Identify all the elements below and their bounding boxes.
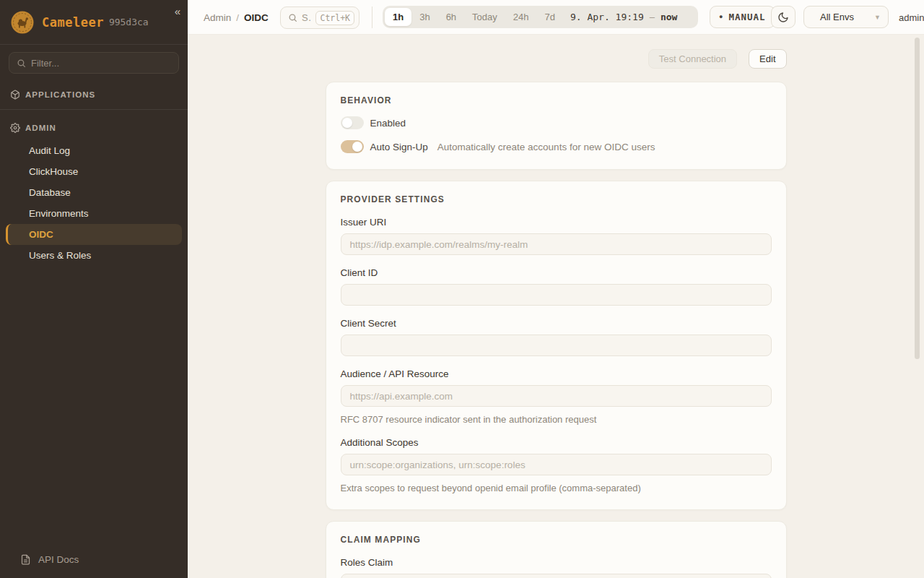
sidebar-section-applications[interactable]: APPLICATIONS [0,85,188,104]
additional-scopes-input[interactable] [341,454,772,475]
additional-scopes-hint: Extra scopes to request beyond openid em… [341,483,772,493]
client-id-field: Client ID [341,267,772,306]
enabled-toggle-label: Enabled [370,118,406,129]
roles-claim-label: Roles Claim [341,557,772,568]
main-content: Test Connection Edit BEHAVIOR Enabled Au… [188,35,924,578]
behavior-card-title: BEHAVIOR [341,95,772,105]
time-range-7d[interactable]: 7d [537,8,563,26]
sidebar-item-users-roles[interactable]: Users & Roles [6,245,182,266]
cameleer-logo-icon [10,10,35,35]
sidebar: Cameleer 995d3ca « APPLICATIONS ADMIN Au… [0,0,188,578]
time-range-1h[interactable]: 1h [385,8,411,26]
refresh-mode-button[interactable]: ● MANUAL [710,6,775,28]
time-range-6h[interactable]: 6h [438,8,464,26]
audience-hint: RFC 8707 resource indicator sent in the … [341,414,772,425]
sidebar-section-admin[interactable]: ADMIN [0,118,188,137]
auto-signup-toggle-label: Auto Sign-Up [370,142,428,152]
search-icon [17,59,26,68]
admin-nav: Audit Log ClickHouse Database Environmen… [0,137,188,266]
app-title: Cameleer [42,15,104,30]
sidebar-item-environments[interactable]: Environments [6,203,182,224]
auto-signup-description: Automatically create accounts for new OI… [437,142,655,152]
collapse-sidebar-icon[interactable]: « [175,6,180,17]
app-version: 995d3ca [109,17,149,27]
client-secret-field: Client Secret [341,318,772,356]
provider-settings-card: PROVIDER SETTINGS Issuer URI Client ID C… [326,181,787,510]
additional-scopes-label: Additional Scopes [341,437,772,448]
claim-mapping-card: CLAIM MAPPING Roles Claim [326,521,787,578]
status-dot: ● [719,14,723,20]
page-actions: Test Connection Edit [326,49,787,69]
client-id-label: Client ID [341,267,772,278]
client-secret-label: Client Secret [341,318,772,329]
audience-input[interactable] [341,385,772,407]
global-search[interactable]: S… Ctrl+K [280,7,359,29]
moon-icon [777,12,789,23]
sidebar-divider [0,109,188,110]
client-secret-input[interactable] [341,335,772,356]
refresh-mode-label: MANUAL [728,12,765,22]
behavior-card: BEHAVIOR Enabled Auto Sign-Up Automatica… [326,82,787,170]
time-separator: – [650,12,655,22]
search-placeholder: S… [302,12,311,23]
sidebar-header: Cameleer 995d3ca « [0,0,188,45]
time-to: now [661,12,677,22]
breadcrumb-separator: / [236,12,239,23]
enabled-toggle[interactable] [341,116,364,129]
enabled-toggle-row: Enabled [341,116,772,129]
additional-scopes-field: Additional Scopes Extra scopes to reques… [341,437,772,493]
issuer-uri-field: Issuer URI [341,217,772,255]
issuer-uri-input[interactable] [341,233,772,255]
chevron-down-icon: ▼ [874,14,881,21]
provider-settings-title: PROVIDER SETTINGS [341,194,772,204]
breadcrumb-admin[interactable]: Admin [204,12,231,23]
time-span-display[interactable]: 9. Apr. 19:19 – now [570,12,686,22]
time-range-3h[interactable]: 3h [411,8,437,26]
audience-field: Audience / API Resource RFC 8707 resourc… [341,368,772,425]
issuer-uri-label: Issuer URI [341,217,772,228]
sidebar-item-oidc[interactable]: OIDC [6,224,182,245]
breadcrumb-oidc: OIDC [244,12,269,23]
time-range-24h[interactable]: 24h [505,8,537,26]
api-docs-link[interactable]: API Docs [0,544,188,578]
client-id-input[interactable] [341,284,772,306]
auto-signup-toggle[interactable] [341,140,364,153]
vertical-scrollbar[interactable] [915,38,920,359]
sidebar-filter[interactable] [9,52,179,74]
filter-input[interactable] [31,58,171,69]
auto-signup-toggle-row: Auto Sign-Up Automatically create accoun… [341,140,772,153]
claim-mapping-title: CLAIM MAPPING [341,535,772,545]
time-range-bar: 1h 3h 6h Today 24h 7d 9. Apr. 19:19 – no… [383,6,698,28]
user-menu[interactable]: admin [899,0,924,35]
search-shortcut: Ctrl+K [315,11,354,25]
section-label: APPLICATIONS [25,90,95,99]
edit-button[interactable]: Edit [749,49,786,69]
api-docs-label: API Docs [38,554,79,565]
theme-toggle-button[interactable] [771,6,796,28]
topbar-divider [372,7,372,28]
section-label: ADMIN [25,124,56,132]
environment-selected-value: All Envs [820,12,874,22]
roles-claim-input[interactable] [341,574,772,578]
environment-select[interactable]: All Envs ▼ [803,6,889,28]
cube-icon [10,90,20,100]
sidebar-item-clickhouse[interactable]: ClickHouse [6,161,182,182]
sidebar-item-database[interactable]: Database [6,182,182,203]
search-icon [288,13,297,22]
document-icon [20,554,31,565]
audience-label: Audience / API Resource [341,368,772,379]
test-connection-button[interactable]: Test Connection [648,49,737,69]
time-from: 9. Apr. 19:19 [570,12,644,22]
roles-claim-field: Roles Claim [341,557,772,578]
breadcrumb: Admin / OIDC [204,0,269,35]
toggle-knob [342,118,352,128]
toggle-knob [352,142,362,152]
time-range-today[interactable]: Today [464,8,505,26]
topbar: Admin / OIDC S… Ctrl+K 1h 3h 6h Today 24… [188,0,924,35]
gear-icon [10,123,20,133]
sidebar-item-audit-log[interactable]: Audit Log [6,140,182,161]
